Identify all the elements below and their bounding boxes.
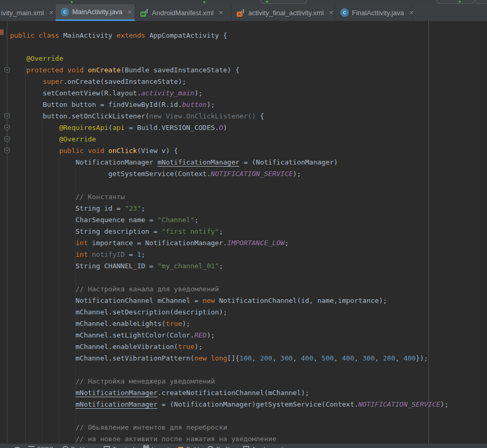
code-line[interactable]: @Override — [0, 53, 487, 64]
code-line[interactable]: mNotificationManager.createNotificationC… — [0, 387, 487, 399]
build-icon — [178, 446, 184, 448]
tab-label: FinalActtivity.java — [352, 9, 404, 17]
code-token: api — [113, 124, 125, 132]
code-line[interactable]: mChannel.setLightColor(Color.RED); — [0, 330, 487, 341]
code-line[interactable]: // Обьявление интентов для переброски — [0, 422, 487, 433]
code-token: ; — [141, 204, 145, 212]
tab-mainactivity-java[interactable]: CMainActivity.java× — [56, 4, 135, 21]
code-line[interactable]: String description = "first notify"; — [0, 226, 487, 237]
tab-androidmanifest-xml[interactable]: MFAndroidManifest.xml× — [135, 4, 231, 21]
code-line[interactable] — [0, 41, 487, 53]
tool-window-button-logcat[interactable]: Logcat — [143, 446, 169, 448]
tab-finalacttivity-java[interactable]: CFinalActtivity.java× — [335, 4, 413, 21]
code-token — [10, 78, 43, 85]
code-token: Button button = findViewById(R.id. — [10, 101, 182, 108]
code-line[interactable]: // Константы — [0, 191, 487, 203]
code-line[interactable]: int importance = NotificationManager.IMP… — [0, 237, 487, 249]
code-token: new — [194, 354, 206, 362]
code-line[interactable] — [0, 272, 487, 283]
close-icon[interactable]: × — [49, 9, 53, 16]
code-line[interactable]: setContentView(R.layout.activity_main); — [0, 88, 487, 99]
code-line[interactable]: int notifyID = 1; — [0, 249, 487, 260]
code-token — [10, 389, 75, 397]
close-icon[interactable]: × — [409, 9, 413, 16]
code-line[interactable] — [0, 410, 487, 422]
code-token: .createNotificationChannel(mChannel); — [158, 389, 309, 397]
code-token: RED — [194, 331, 206, 339]
code-token: onClick — [108, 147, 137, 155]
code-token: void — [88, 147, 104, 155]
code-token: , — [334, 354, 342, 362]
tool-window-label: TODO — [37, 446, 54, 448]
code-token: // на новое активити после нажатия на ув… — [75, 435, 276, 443]
code-line[interactable]: String id = "23"; — [0, 203, 487, 214]
code-line[interactable]: public void onClick(View v) { — [0, 145, 487, 157]
tab-activity-final-acttivity-xml[interactable]: Aactivity_final_acttivity.xml× — [231, 4, 335, 21]
toolbar-button[interactable] — [475, 0, 487, 4]
code-line[interactable]: NotificationChannel mChannel = new Notif… — [0, 295, 487, 307]
tool-window-button-profiler[interactable]: Profiler — [207, 446, 235, 448]
code-line[interactable]: Button button = findViewById(R.id.button… — [0, 99, 487, 111]
code-token — [104, 147, 108, 155]
code-token: true — [178, 343, 194, 351]
code-line[interactable]: getSystemService(Context.NOTIFICATION_SE… — [0, 168, 487, 180]
close-icon[interactable]: × — [329, 9, 333, 16]
code-line[interactable]: // Настройка канала для уведомлений — [0, 283, 487, 295]
code-line[interactable]: String CHANNEL_ID = "my_channel_01"; — [0, 260, 487, 272]
code-line[interactable]: mChannel.setVibrationPattern(new long[]{… — [0, 353, 487, 364]
tool-window-button-app-inspection[interactable]: App Inspection — [243, 446, 290, 448]
tool-window-button-build[interactable]: Build — [178, 446, 199, 448]
code-token: , — [313, 354, 322, 362]
code-token: protected — [26, 66, 63, 74]
code-token: extends — [117, 31, 146, 39]
code-token: @RequiresApi — [59, 124, 108, 132]
fold-marker[interactable]: − — [4, 113, 10, 119]
tool-window-label: Build — [186, 446, 199, 448]
code-line[interactable]: mChannel.setDescription(description); — [0, 307, 487, 318]
code-line[interactable]: super.onCreate(savedInstanceState); — [0, 76, 487, 88]
code-token: super — [43, 78, 63, 85]
code-token: 400 — [403, 354, 415, 362]
tab-ivity-main-xml[interactable]: ivity_main.xml× — [0, 4, 56, 21]
code-line[interactable]: mChannel.enableLights(true); — [0, 318, 487, 330]
code-line[interactable]: public class MainActivity extends AppCom… — [0, 30, 487, 41]
close-icon[interactable]: × — [128, 8, 132, 16]
close-icon[interactable]: × — [219, 9, 223, 16]
code-token: new — [203, 297, 215, 304]
profiler-icon — [207, 446, 214, 448]
code-line[interactable]: mChannel.enableVibration(true); — [0, 341, 487, 353]
code-token: ); — [207, 331, 215, 339]
code-token: = (NotificationManager) — [239, 158, 338, 166]
code-line[interactable]: // Настройка менеджера уведомлений — [0, 376, 487, 387]
code-token: ); — [194, 89, 203, 97]
code-token: mNotificationManager — [158, 158, 240, 166]
code-line[interactable] — [0, 180, 487, 191]
code-line[interactable]: protected void onCreate(Bundle savedInst… — [0, 64, 487, 76]
code-token: CharSequence name = — [10, 216, 158, 224]
toolbar-button[interactable] — [437, 0, 474, 4]
code-token: ); — [207, 101, 215, 108]
code-line[interactable] — [0, 364, 487, 376]
fold-marker[interactable]: − — [4, 125, 10, 130]
code-line[interactable]: mNotificationManager = (NotificationMana… — [0, 399, 487, 410]
tool-window-button-terminal[interactable]: Terminal — [104, 446, 135, 448]
code-area[interactable]: public class MainActivity extends AppCom… — [0, 30, 487, 443]
code-token: mChannel.enableLights( — [10, 320, 165, 327]
fold-marker[interactable]: − — [4, 148, 10, 154]
code-line[interactable]: NotificationManager mNotificationManager… — [0, 157, 487, 168]
code-token: AppCompatActivity { — [145, 31, 227, 39]
tool-window-button-todo[interactable]: TODO — [28, 446, 54, 448]
code-token — [10, 54, 26, 62]
code-line[interactable]: // на новое активити после нажатия на ув… — [0, 433, 487, 443]
tool-window-button-problems[interactable]: Problems — [62, 446, 95, 448]
code-line[interactable]: CharSequence name = "Channel"; — [0, 214, 487, 226]
code-line[interactable]: @RequiresApi(api = Build.VERSION_CODES.O… — [0, 122, 487, 134]
fold-marker[interactable]: − — [4, 136, 10, 142]
code-line[interactable]: @Override — [0, 134, 487, 145]
tool-window-label: App Inspection — [252, 446, 290, 448]
code-line[interactable]: button.setOnClickListener(new View.OnCli… — [0, 111, 487, 122]
editor[interactable]: public class MainActivity extends AppCom… — [0, 21, 487, 443]
fold-marker[interactable]: − — [4, 67, 10, 73]
code-token: NotificationManager — [10, 158, 158, 166]
tool-window-label: Profiler — [216, 446, 235, 448]
